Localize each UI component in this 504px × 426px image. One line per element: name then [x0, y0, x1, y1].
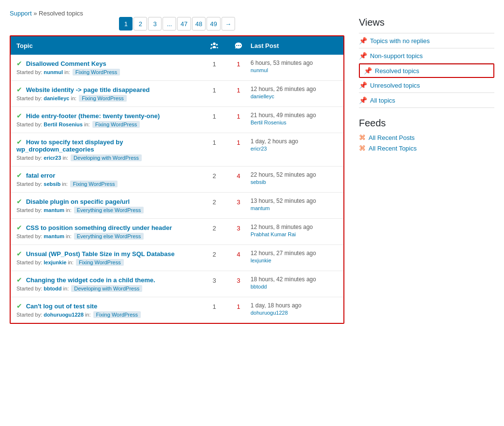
topic-link[interactable]: fatal error: [26, 172, 56, 179]
last-post: 22 hours, 52 minutes ago sebsib: [251, 171, 338, 185]
resolved-check-icon: ✔: [16, 224, 22, 231]
views-list: 📌 Topics with no replies 📌 Non-support t…: [359, 33, 494, 108]
topic-meta: Started by: mantum in: Everything else W…: [16, 233, 202, 240]
replies-count: 1: [226, 138, 251, 146]
page-48[interactable]: 48: [192, 17, 206, 30]
last-post-user-link[interactable]: nunmul: [251, 67, 268, 73]
last-post-user-link[interactable]: dohuruogu1228: [251, 310, 288, 316]
topic-title: ✔ Website identity -> page title disappe…: [16, 86, 202, 102]
voices-count: 2: [202, 171, 226, 180]
topic-author-link[interactable]: Bertil Rosenius: [44, 122, 83, 127]
sidebar-item-unresolved[interactable]: 📌 Unresolved topics: [359, 78, 494, 93]
topic-author-link[interactable]: bbtodd: [44, 286, 61, 291]
topic-link[interactable]: Changing the widget code in a child them…: [26, 276, 155, 284]
topic-title: ✔ Disallowed Comment Keys Started by: nu…: [16, 60, 202, 76]
last-post: 18 hours, 42 minutes ago bbtodd: [251, 276, 338, 289]
topic-author-link[interactable]: dohuruogu1228: [44, 312, 84, 318]
voices-count: 1: [202, 138, 226, 146]
resolved-check-icon: ✔: [16, 86, 22, 93]
breadcrumb-separator: »: [33, 10, 39, 17]
table-row: ✔ CSS to position something directly und…: [11, 219, 343, 245]
last-post: 12 hours, 27 minutes ago lexjunkie: [251, 250, 338, 263]
topic-meta: Started by: mantum in: Everything else W…: [16, 207, 202, 213]
topic-category-tag: Everything else WordPress: [74, 207, 144, 213]
topic-author-link[interactable]: nunmul: [44, 69, 63, 75]
voices-count: 1: [202, 60, 226, 68]
topic-link[interactable]: Disable plugin on specific page/url: [26, 198, 130, 205]
topic-link[interactable]: Disallowed Comment Keys: [26, 60, 106, 67]
resolved-check-icon: ✔: [16, 138, 22, 146]
last-post-time: 22 hours, 52 minutes ago: [251, 171, 338, 178]
topic-link[interactable]: How to specify text displayed by wp_drop…: [16, 138, 123, 153]
sidebar-item-label: Topics with no replies: [370, 37, 430, 45]
sidebar-item-non-support[interactable]: 📌 Non-support topics: [359, 48, 494, 63]
voices-count: 1: [202, 302, 226, 310]
rss-icon: ⌘: [359, 144, 366, 152]
last-post-time: 12 hours, 26 minutes ago: [251, 86, 338, 92]
pagination: 1 2 3 ... 47 48 49 →: [10, 17, 344, 30]
last-post: 6 hours, 53 minutes ago nunmul: [251, 60, 338, 73]
last-post-user-link[interactable]: ericr23: [251, 146, 267, 152]
topic-meta: Started by: nunmul in: Fixing WordPress: [16, 69, 202, 76]
topic-link[interactable]: Hide entry-footer (theme: twenty twenty-…: [26, 112, 160, 120]
topic-author-link[interactable]: ericr23: [44, 155, 61, 161]
breadcrumb: Support » Resolved topics: [10, 10, 494, 17]
topic-author-link[interactable]: mantum: [44, 207, 64, 213]
topic-link[interactable]: Website identity -> page title disappear…: [26, 86, 150, 93]
main-content: 1 2 3 ... 47 48 49 → Topic Last Post: [10, 17, 344, 324]
last-post-user-link[interactable]: danielleyc: [251, 93, 274, 99]
thumbtack-icon: 📌: [359, 96, 367, 104]
sidebar: Views 📌 Topics with no replies 📌 Non-sup…: [359, 17, 494, 155]
page-next[interactable]: →: [222, 17, 235, 30]
topic-author-link[interactable]: sebsib: [44, 181, 60, 187]
topic-category-tag: Fixing WordPress: [93, 311, 141, 318]
topic-author-link[interactable]: mantum: [44, 233, 64, 239]
page-ellipsis: ...: [163, 17, 176, 30]
page-1[interactable]: 1: [119, 17, 133, 30]
replies-count: 4: [226, 171, 251, 180]
topic-author-link[interactable]: lexjunkie: [44, 259, 66, 265]
last-post: 21 hours, 49 minutes ago Bertil Rosenius: [251, 112, 338, 125]
sidebar-item-all-topics[interactable]: 📌 All topics: [359, 93, 494, 108]
topic-link[interactable]: Unsual (WP_Post) Table Size in my SQL Da…: [26, 250, 175, 258]
resolved-check-icon: ✔: [16, 198, 22, 205]
page-47[interactable]: 47: [177, 17, 191, 30]
last-post-user-link[interactable]: mantum: [251, 205, 270, 211]
resolved-check-icon: ✔: [16, 112, 22, 120]
topic-title: ✔ fatal error Started by: sebsib in: Fix…: [16, 171, 202, 187]
topic-category-tag: Fixing WordPress: [73, 69, 120, 76]
last-post-user-link[interactable]: Prabhat Kumar Rai: [251, 231, 296, 237]
page-3[interactable]: 3: [148, 17, 162, 30]
breadcrumb-parent-link[interactable]: Support: [10, 10, 32, 17]
table-row: ✔ Unsual (WP_Post) Table Size in my SQL …: [11, 245, 343, 271]
topic-link[interactable]: Can't log out of test site: [26, 303, 98, 310]
topic-title: ✔ Hide entry-footer (theme: twenty twent…: [16, 112, 202, 128]
last-post-user-link[interactable]: Bertil Rosenius: [251, 120, 286, 125]
resolved-check-icon: ✔: [16, 302, 22, 310]
voices-count: 2: [202, 224, 226, 232]
last-post-time: 18 hours, 42 minutes ago: [251, 276, 338, 283]
sidebar-item-label: All topics: [370, 97, 395, 104]
voices-count: 2: [202, 250, 226, 258]
sidebar-item-label: Unresolved topics: [370, 82, 420, 89]
sidebar-item-no-replies[interactable]: 📌 Topics with no replies: [359, 33, 494, 48]
voices-count: 2: [202, 198, 226, 206]
replies-count: 3: [226, 276, 251, 284]
last-post-time: 12 hours, 27 minutes ago: [251, 250, 338, 257]
feed-item-recent-topics[interactable]: ⌘ All Recent Topics: [359, 144, 494, 152]
last-post-user-link[interactable]: sebsib: [251, 179, 266, 185]
header-voices-icon: [202, 41, 226, 50]
last-post-user-link[interactable]: bbtodd: [251, 284, 267, 289]
page-49[interactable]: 49: [207, 17, 220, 30]
sidebar-item-resolved[interactable]: 📌 Resolved topics: [359, 63, 494, 78]
last-post-time: 13 hours, 52 minutes ago: [251, 198, 338, 204]
header-replies-icon: [226, 41, 251, 50]
topic-link[interactable]: CSS to position something directly under…: [26, 224, 172, 231]
page-2[interactable]: 2: [133, 17, 147, 30]
last-post: 1 day, 18 hours ago dohuruogu1228: [251, 302, 338, 316]
topic-author-link[interactable]: danielleyc: [44, 95, 69, 101]
last-post-user-link[interactable]: lexjunkie: [251, 258, 271, 263]
topics-table: Topic Last Post ✔ Disallowed Comment Key…: [10, 35, 344, 324]
feed-item-recent-posts[interactable]: ⌘ All Recent Posts: [359, 134, 494, 141]
topic-title: ✔ How to specify text displayed by wp_dr…: [16, 138, 202, 161]
